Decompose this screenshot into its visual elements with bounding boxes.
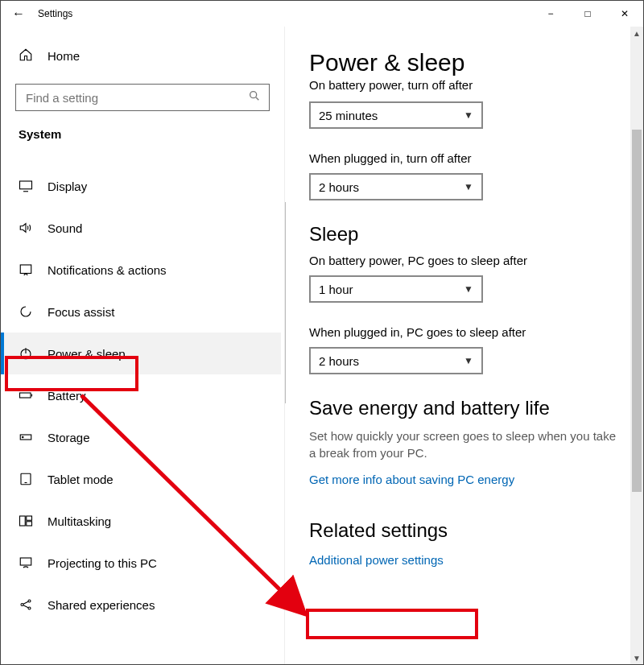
svg-point-19 — [28, 607, 31, 609]
energy-desc: Set how quickly your screen goes to slee… — [309, 428, 619, 461]
scrollbar-thumb[interactable] — [632, 130, 642, 492]
additional-power-settings-link[interactable]: Additional power settings — [309, 553, 444, 567]
home-icon — [19, 48, 33, 64]
sidebar-item-label: Notifications & actions — [47, 263, 167, 277]
svg-point-18 — [28, 600, 31, 602]
display-icon — [19, 179, 33, 193]
multitasking-icon — [19, 514, 33, 528]
sleep-plugged-dropdown[interactable]: 2 hours ▼ — [309, 347, 483, 374]
sidebar-item-label: Battery — [47, 389, 86, 403]
tablet-icon — [19, 472, 33, 486]
screen-battery-value: 25 minutes — [319, 109, 378, 122]
shared-icon — [19, 597, 33, 612]
sidebar-item-projecting[interactable]: Projecting to this PC — [4, 542, 281, 584]
sleep-battery-value: 1 hour — [319, 283, 353, 296]
maximize-button[interactable]: □ — [569, 1, 606, 27]
screen-battery-label: On battery power, turn off after — [309, 78, 619, 92]
svg-line-1 — [256, 97, 258, 100]
home-label: Home — [47, 49, 80, 63]
svg-point-0 — [250, 92, 257, 98]
sidebar-item-label: Sound — [47, 221, 82, 235]
focus-assist-icon — [19, 304, 33, 319]
minimize-button[interactable]: − — [532, 1, 569, 27]
svg-rect-7 — [20, 393, 31, 398]
sidebar-item-battery[interactable]: Battery — [4, 374, 281, 416]
scrollbar[interactable]: ▲ ▼ — [630, 27, 643, 664]
sidebar-item-focus-assist[interactable]: Focus assist — [4, 291, 281, 332]
screen-plugged-dropdown[interactable]: 2 hours ▼ — [309, 173, 483, 200]
chevron-down-icon: ▼ — [464, 283, 473, 295]
svg-rect-4 — [20, 265, 31, 274]
sidebar-item-shared-experiences[interactable]: Shared experiences — [4, 584, 281, 626]
svg-point-17 — [21, 604, 23, 606]
sidebar-item-label: Focus assist — [47, 305, 114, 319]
window-title: Settings — [38, 8, 72, 19]
sidebar-item-storage[interactable]: Storage — [4, 416, 281, 458]
search-box[interactable] — [15, 84, 270, 111]
sidebar-item-notifications[interactable]: Notifications & actions — [4, 249, 281, 291]
energy-info-link[interactable]: Get more info about saving PC energy — [309, 473, 514, 486]
back-button[interactable]: ← — [12, 6, 25, 21]
sleep-plugged-label: When plugged in, PC goes to sleep after — [309, 325, 619, 339]
sidebar-item-power-sleep[interactable]: Power & sleep — [4, 332, 281, 374]
sidebar-item-label: Storage — [47, 431, 90, 444]
sound-icon — [19, 221, 33, 235]
section-title: System — [4, 127, 281, 155]
screen-plugged-value: 2 hours — [319, 180, 359, 194]
chevron-down-icon: ▼ — [464, 109, 473, 121]
related-heading: Related settings — [309, 519, 619, 542]
nav-list: Display Sound Notifications & actions Fo… — [4, 155, 281, 626]
battery-icon — [19, 388, 33, 403]
storage-icon — [19, 430, 33, 444]
close-button[interactable]: ✕ — [606, 1, 643, 27]
chevron-down-icon: ▼ — [464, 181, 473, 192]
sidebar-item-display[interactable]: Display — [4, 165, 281, 207]
svg-rect-14 — [27, 516, 32, 520]
energy-heading: Save energy and battery life — [309, 397, 619, 419]
sidebar-item-label: Shared experiences — [47, 598, 155, 612]
search-input[interactable] — [24, 90, 248, 105]
sleep-plugged-value: 2 hours — [319, 354, 359, 368]
screen-plugged-label: When plugged in, turn off after — [309, 151, 619, 165]
sleep-heading: Sleep — [309, 223, 619, 246]
sleep-battery-label: On battery power, PC goes to sleep after — [309, 254, 619, 267]
sidebar-item-label: Display — [47, 180, 87, 193]
page-title: Power & sleep — [309, 49, 619, 76]
svg-rect-2 — [20, 181, 32, 189]
svg-rect-16 — [20, 558, 31, 565]
sidebar-item-label: Tablet mode — [47, 473, 114, 486]
titlebar: ← Settings − □ ✕ — [1, 1, 643, 27]
sidebar: Home System Display Sound — [1, 27, 284, 664]
scroll-indicator — [284, 202, 286, 403]
svg-point-10 — [23, 436, 24, 438]
sidebar-item-multitasking[interactable]: Multitasking — [4, 500, 281, 542]
svg-rect-13 — [20, 516, 26, 526]
sidebar-item-sound[interactable]: Sound — [4, 207, 281, 249]
chevron-down-icon: ▼ — [464, 355, 473, 366]
scroll-up-icon[interactable]: ▲ — [630, 27, 643, 39]
projecting-icon — [19, 556, 33, 570]
screen-battery-dropdown[interactable]: 25 minutes ▼ — [309, 101, 483, 129]
main-panel: Power & sleep On battery power, turn off… — [284, 27, 643, 664]
search-icon — [248, 89, 261, 105]
sidebar-item-label: Multitasking — [47, 514, 111, 528]
home-button[interactable]: Home — [4, 39, 281, 72]
power-icon — [19, 346, 33, 361]
sidebar-item-label: Projecting to this PC — [47, 556, 157, 570]
sidebar-item-label: Power & sleep — [47, 347, 126, 361]
notifications-icon — [19, 262, 33, 277]
svg-rect-15 — [27, 522, 32, 526]
scroll-down-icon[interactable]: ▼ — [630, 651, 643, 664]
sidebar-item-tablet-mode[interactable]: Tablet mode — [4, 458, 281, 500]
sleep-battery-dropdown[interactable]: 1 hour ▼ — [309, 275, 483, 303]
